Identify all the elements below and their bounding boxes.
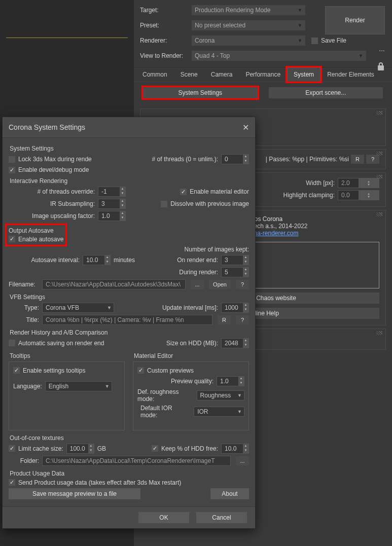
- close-icon[interactable]: ✕: [242, 123, 249, 132]
- during-render-label: During render:: [179, 269, 218, 276]
- render-button[interactable]: Render: [325, 6, 385, 34]
- folder-browse-button[interactable]: ...: [236, 456, 249, 465]
- vfb-heading: VFB Settings: [10, 294, 249, 301]
- autosave-interval-label: Autosave interval:: [9, 257, 80, 264]
- ior-mode-combo[interactable]: IOR▼: [194, 407, 244, 417]
- save-file-checkbox[interactable]: Save File: [311, 37, 346, 44]
- preview-quality-spinner[interactable]: 1.0▲▼: [217, 376, 244, 386]
- dissolve-checkbox[interactable]: Dissolve with previous image: [161, 200, 249, 207]
- renderer-label: Renderer:: [140, 37, 192, 44]
- upscale-spinner[interactable]: 1.0▲▼: [98, 211, 126, 221]
- ir-heading: Interactive Rendering: [10, 177, 249, 185]
- about-button[interactable]: About: [210, 488, 249, 499]
- target-dropdown[interactable]: Production Rendering Mode▼: [192, 5, 305, 15]
- vfb-title-label: Title:: [9, 316, 39, 323]
- limit-cache-checkbox[interactable]: Limit cache size:: [9, 445, 63, 452]
- filename-label: Filename:: [9, 281, 39, 288]
- view-label: View to Render:: [140, 52, 192, 59]
- folder-field[interactable]: C:\Users\Nazar\AppData\Local\Temp\Corona…: [42, 456, 231, 466]
- filename-field[interactable]: C:\Users\Nazar\AppData\Local\Autodesk\3d…: [42, 279, 186, 289]
- tab-camera[interactable]: Camera: [204, 67, 239, 82]
- usage-heading: Product Usage Data: [10, 470, 249, 477]
- limit-cache-spinner[interactable]: 100.0▲▼: [66, 444, 94, 454]
- roughness-mode-label: Def. roughness mode:: [137, 388, 194, 403]
- update-interval-spinner[interactable]: 1000▲▼: [221, 303, 249, 313]
- limit-cache-unit: GB: [97, 445, 106, 452]
- clamp-spinner[interactable]: 0.0▲▼: [338, 190, 379, 200]
- vfb-help-button[interactable]: ?: [236, 315, 249, 324]
- ooc-heading: Out-of-core textures: [10, 434, 249, 442]
- autosave-interval-spinner[interactable]: 10.0▲▼: [83, 255, 111, 265]
- stamp-reset-button[interactable]: R: [351, 155, 364, 164]
- images-kept-label: Number of images kept:: [185, 246, 249, 253]
- during-render-spinner[interactable]: 5▲▼: [221, 267, 249, 277]
- divider: [6, 38, 128, 38]
- filename-open-button[interactable]: Open: [209, 280, 231, 289]
- on-render-end-spinner[interactable]: 3▲▼: [221, 255, 249, 265]
- send-usage-checkbox[interactable]: Send Product usage data (takes effect af…: [9, 479, 181, 486]
- language-combo[interactable]: English▼: [45, 381, 112, 391]
- ior-mode-label: Default IOR mode:: [140, 405, 191, 419]
- tab-bar: Common Scene Camera Performance System R…: [134, 67, 392, 82]
- tab-render-elements[interactable]: Render Elements: [320, 67, 381, 82]
- filename-help-button[interactable]: ?: [236, 280, 249, 289]
- ir-subsampling-label: IR Subsampling:: [9, 200, 95, 207]
- debug-mode-checkbox[interactable]: Enable devel/debug mode: [9, 166, 89, 173]
- tab-common[interactable]: Common: [136, 67, 174, 82]
- vfb-title-field[interactable]: Corona %bn | %rpx (%z) | Camera: %v | Fr…: [42, 315, 212, 325]
- hdd-size-spinner[interactable]: 2048▲▼: [221, 338, 249, 348]
- filename-browse-button[interactable]: ...: [191, 280, 204, 289]
- target-label: Target:: [140, 7, 192, 14]
- renderer-dropdown[interactable]: Corona▼: [192, 35, 305, 46]
- keep-hdd-spinner[interactable]: 10.0▲▼: [221, 444, 249, 454]
- system-settings-heading: System Settings: [10, 145, 249, 152]
- output-autosave-highlight: Output Autosave Enable autosave: [7, 225, 65, 245]
- vfb-reset-button[interactable]: R: [218, 315, 231, 324]
- autosave-interval-unit: minutes: [114, 257, 135, 264]
- language-label: Language:: [13, 383, 42, 390]
- auto-save-render-end-checkbox[interactable]: Automatic saving on render end: [9, 340, 104, 347]
- history-heading: Render History and A/B Comparison: [10, 329, 249, 336]
- stamp-help-button[interactable]: ?: [366, 155, 379, 164]
- group-handle-icon[interactable]: [376, 152, 382, 156]
- tooltips-heading: Tooltips: [10, 352, 125, 359]
- clamp-label: Highlight clamping:: [283, 192, 335, 199]
- cancel-button[interactable]: Cancel: [196, 512, 247, 523]
- custom-previews-checkbox[interactable]: Custom previews: [137, 367, 194, 374]
- group-handle-icon[interactable]: [376, 175, 382, 179]
- group-handle-icon[interactable]: [376, 111, 382, 115]
- enable-autosave-checkbox[interactable]: Enable autosave: [9, 236, 63, 243]
- group-handle-icon[interactable]: [376, 331, 382, 335]
- group-handle-icon[interactable]: [376, 212, 382, 216]
- folder-label: Folder:: [9, 457, 39, 464]
- upscale-label: Image upscaling factor:: [9, 212, 95, 220]
- corona-system-settings-dialog: Corona System Settings ✕ System Settings…: [2, 117, 256, 529]
- vfb-type-combo[interactable]: Corona VFB▼: [42, 303, 114, 313]
- preset-dropdown[interactable]: No preset selected▼: [192, 20, 305, 30]
- tab-scene[interactable]: Scene: [174, 67, 204, 82]
- tab-performance[interactable]: Performance: [239, 67, 287, 82]
- preset-label: Preset:: [140, 22, 192, 29]
- threads-spinner[interactable]: 0▲▼: [221, 154, 249, 164]
- ir-threads-spinner[interactable]: -1▲▼: [98, 187, 126, 197]
- save-file-dots-button[interactable]: ...: [379, 45, 385, 53]
- system-settings-button[interactable]: System Settings: [143, 87, 258, 98]
- ok-button[interactable]: OK: [138, 512, 189, 523]
- width-spinner[interactable]: 2.0▲▼: [338, 178, 379, 188]
- view-dropdown[interactable]: Quad 4 - Top▼: [192, 51, 366, 61]
- tab-system[interactable]: System: [287, 67, 320, 82]
- vfb-type-label: Type:: [9, 304, 39, 311]
- lock-max-checkbox[interactable]: Lock 3ds Max during rende: [9, 156, 92, 163]
- enable-tooltips-checkbox[interactable]: Enable settings tooltips: [13, 367, 85, 374]
- ir-subsampling-spinner[interactable]: 3▲▼: [98, 199, 126, 209]
- dialog-title: Corona System Settings: [9, 123, 85, 131]
- on-render-end-label: On render end:: [177, 257, 218, 264]
- export-scene-button[interactable]: Export scene...: [269, 87, 383, 98]
- material-editor-checkbox[interactable]: Enable material editor: [180, 188, 249, 195]
- ir-threads-label: # of threads override:: [9, 188, 95, 195]
- keep-hdd-checkbox[interactable]: Keep % of HDD free:: [152, 445, 218, 452]
- threads-label: # of threads (0 = unlim.):: [152, 156, 218, 163]
- roughness-mode-combo[interactable]: Roughness▼: [197, 390, 244, 401]
- lock-icon[interactable]: [377, 62, 385, 71]
- save-message-preview-button[interactable]: Save message preview to a file: [9, 488, 140, 499]
